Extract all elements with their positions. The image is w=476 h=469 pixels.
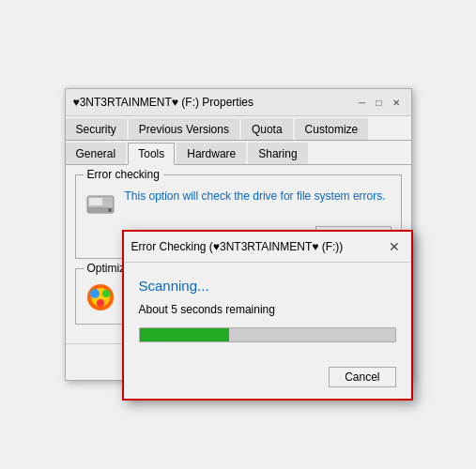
- svg-point-6: [90, 289, 100, 298]
- progress-bar-container: [139, 327, 396, 342]
- dialog-title-bar: Error Checking (♥3NT3RTAINMENT♥ (F:)) ✕: [124, 232, 411, 263]
- tab-row-1: Security Previous Versions Quota Customi…: [66, 116, 411, 141]
- scanning-text: Scanning...: [139, 278, 396, 294]
- svg-point-2: [108, 208, 112, 212]
- progress-bar-fill: [140, 328, 229, 341]
- tab-quota[interactable]: Quota: [241, 118, 293, 140]
- tab-customize[interactable]: Customize: [295, 118, 369, 140]
- title-bar: ♥3NT3RTAINMENT♥ (F:) Properties ─ □ ✕: [66, 89, 411, 116]
- dialog-content: Scanning... About 5 seconds remaining: [124, 263, 411, 367]
- maximize-button[interactable]: □: [372, 95, 387, 110]
- tab-row-2: General Tools Hardware Sharing: [66, 141, 411, 165]
- svg-point-7: [102, 290, 110, 297]
- dialog-close-button[interactable]: ✕: [385, 237, 404, 256]
- tab-tools[interactable]: Tools: [128, 143, 175, 165]
- error-checking-content: This option will check the drive for fil…: [85, 189, 392, 219]
- optimize-icon: [85, 282, 115, 312]
- window-controls: ─ □ ✕: [355, 95, 404, 110]
- window-title: ♥3NT3RTAINMENT♥ (F:) Properties: [73, 96, 254, 109]
- tab-sharing[interactable]: Sharing: [248, 143, 307, 164]
- error-checking-title: Error checking: [84, 168, 163, 181]
- error-checking-description: This option will check the drive for fil…: [125, 189, 392, 204]
- dialog-title: Error Checking (♥3NT3RTAINMENT♥ (F:)): [131, 240, 344, 253]
- tab-general[interactable]: General: [66, 143, 127, 164]
- properties-window: ♥3NT3RTAINMENT♥ (F:) Properties ─ □ ✕ Se…: [65, 88, 412, 381]
- svg-rect-3: [89, 198, 102, 205]
- dialog-cancel-button[interactable]: Cancel: [329, 367, 395, 387]
- status-text: About 5 seconds remaining: [139, 303, 396, 316]
- close-button[interactable]: ✕: [389, 95, 404, 110]
- error-checking-dialog: Error Checking (♥3NT3RTAINMENT♥ (F:)) ✕ …: [122, 230, 413, 401]
- svg-point-8: [97, 299, 104, 307]
- tab-security[interactable]: Security: [66, 118, 127, 140]
- dialog-bottom: Cancel: [124, 367, 411, 399]
- tab-hardware[interactable]: Hardware: [177, 143, 246, 164]
- tab-previous-versions[interactable]: Previous Versions: [129, 118, 239, 140]
- hard-drive-icon: [85, 189, 115, 219]
- minimize-button[interactable]: ─: [355, 95, 370, 110]
